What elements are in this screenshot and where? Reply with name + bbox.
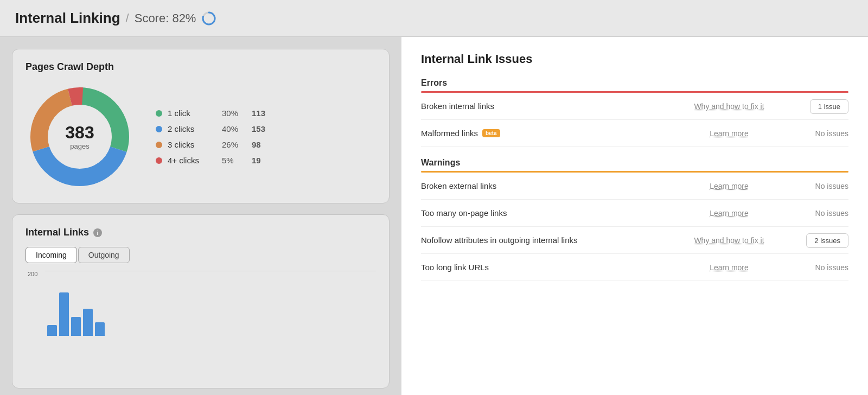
issue-status-too-many-links: No issues xyxy=(783,209,848,218)
legend-pct-2clicks: 40% xyxy=(222,124,246,133)
bar-3 xyxy=(71,317,81,336)
internal-links-title: Internal Links xyxy=(25,227,89,238)
issue-badge-nofollow: 2 issues xyxy=(806,233,848,248)
bar-1 xyxy=(47,325,57,336)
y-axis-200: 200 xyxy=(28,271,37,277)
score-icon xyxy=(201,11,216,26)
tab-group: Incoming Outgoing xyxy=(25,247,376,263)
bar-4 xyxy=(83,309,93,336)
bar-2 xyxy=(59,292,69,336)
warnings-section: Warnings Broken external links Learn mor… xyxy=(421,158,848,281)
issue-link-nofollow[interactable]: Why and how to fix it xyxy=(675,236,783,245)
tab-outgoing[interactable]: Outgoing xyxy=(78,247,130,263)
info-icon[interactable]: i xyxy=(93,228,102,237)
legend-count-2clicks: 153 xyxy=(252,124,265,133)
left-panel: Pages Crawl Depth xyxy=(0,37,401,395)
score-label: Score: 82% xyxy=(135,11,196,26)
issue-link-too-many-links[interactable]: Learn more xyxy=(675,209,783,218)
page-header: Internal Linking / Score: 82% xyxy=(0,0,868,37)
legend-pct-4plus: 5% xyxy=(222,156,246,165)
main-layout: Pages Crawl Depth xyxy=(0,37,868,395)
issue-row-broken-internal: Broken internal links Why and how to fix… xyxy=(421,93,848,120)
right-panel: Internal Link Issues Errors Broken inter… xyxy=(401,37,868,395)
issues-title: Internal Link Issues xyxy=(421,52,848,66)
beta-badge: beta xyxy=(482,129,500,137)
page-title: Internal Linking xyxy=(15,10,120,27)
legend-dot-1click xyxy=(156,110,162,117)
issue-status-broken-external: No issues xyxy=(783,182,848,190)
y-gridline-200 xyxy=(45,271,376,271)
issue-name-too-many-links: Too many on-page links xyxy=(421,208,675,218)
crawl-depth-card: Pages Crawl Depth xyxy=(12,49,390,203)
legend-pct-1click: 30% xyxy=(222,109,246,118)
legend-dot-3clicks xyxy=(156,142,162,148)
pages-label: pages xyxy=(65,142,94,150)
crawl-depth-content: 383 pages 1 click 30% 113 2 clicks xyxy=(25,82,376,191)
issue-row-too-many-links: Too many on-page links Learn more No iss… xyxy=(421,200,848,227)
issue-badge-broken-internal: 1 issue xyxy=(810,99,848,114)
issue-row-broken-external: Broken external links Learn more No issu… xyxy=(421,173,848,200)
legend-count-1click: 113 xyxy=(252,109,265,118)
internal-links-card: Internal Links i Incoming Outgoing 200 xyxy=(12,214,390,388)
legend-pct-3clicks: 26% xyxy=(222,140,246,149)
legend-item-3clicks: 3 clicks 26% 98 xyxy=(156,140,265,149)
bar-chart-area: 200 xyxy=(25,271,376,336)
legend-count-3clicks: 98 xyxy=(252,140,261,149)
issue-status-nofollow: 2 issues xyxy=(783,236,848,245)
legend-item-2clicks: 2 clicks 40% 153 xyxy=(156,124,265,133)
issue-name-long-urls: Too long link URLs xyxy=(421,263,675,272)
issue-row-malformed: Malformed links beta Learn more No issue… xyxy=(421,120,848,147)
errors-header: Errors xyxy=(421,78,848,88)
issue-row-long-urls: Too long link URLs Learn more No issues xyxy=(421,254,848,281)
header-divider: / xyxy=(126,11,129,26)
donut-chart: 383 pages xyxy=(25,82,134,191)
issue-status-broken-internal: 1 issue xyxy=(783,102,848,111)
warnings-header: Warnings xyxy=(421,158,848,168)
bar-chart-bars xyxy=(47,271,376,336)
issue-name-nofollow: Nofollow attributes in outgoing internal… xyxy=(421,235,675,245)
legend-dot-4plus xyxy=(156,157,162,164)
issue-link-malformed[interactable]: Learn more xyxy=(675,129,783,138)
issue-status-malformed: No issues xyxy=(783,129,848,138)
chart-legend: 1 click 30% 113 2 clicks 40% 153 3 click… xyxy=(156,109,265,165)
total-pages: 383 xyxy=(65,124,94,141)
legend-label-4plus: 4+ clicks xyxy=(168,156,216,165)
legend-label-1click: 1 click xyxy=(168,109,216,118)
legend-item-1click: 1 click 30% 113 xyxy=(156,109,265,118)
tab-incoming[interactable]: Incoming xyxy=(25,247,77,263)
issue-link-long-urls[interactable]: Learn more xyxy=(675,263,783,272)
legend-label-2clicks: 2 clicks xyxy=(168,124,216,133)
issue-row-nofollow: Nofollow attributes in outgoing internal… xyxy=(421,227,848,254)
errors-section: Errors Broken internal links Why and how… xyxy=(421,78,848,147)
issue-status-long-urls: No issues xyxy=(783,263,848,272)
issue-link-broken-external[interactable]: Learn more xyxy=(675,182,783,190)
issue-name-malformed: Malformed links beta xyxy=(421,129,675,138)
issue-name-broken-internal: Broken internal links xyxy=(421,101,675,111)
issue-link-broken-internal[interactable]: Why and how to fix it xyxy=(675,102,783,111)
legend-label-3clicks: 3 clicks xyxy=(168,140,216,149)
legend-count-4plus: 19 xyxy=(252,156,261,165)
bar-5 xyxy=(95,322,105,336)
legend-item-4plus: 4+ clicks 5% 19 xyxy=(156,156,265,165)
issue-name-broken-external: Broken external links xyxy=(421,181,675,190)
internal-links-title-row: Internal Links i xyxy=(25,227,376,238)
crawl-depth-title: Pages Crawl Depth xyxy=(25,61,376,73)
donut-center: 383 pages xyxy=(65,124,94,150)
legend-dot-2clicks xyxy=(156,126,162,132)
